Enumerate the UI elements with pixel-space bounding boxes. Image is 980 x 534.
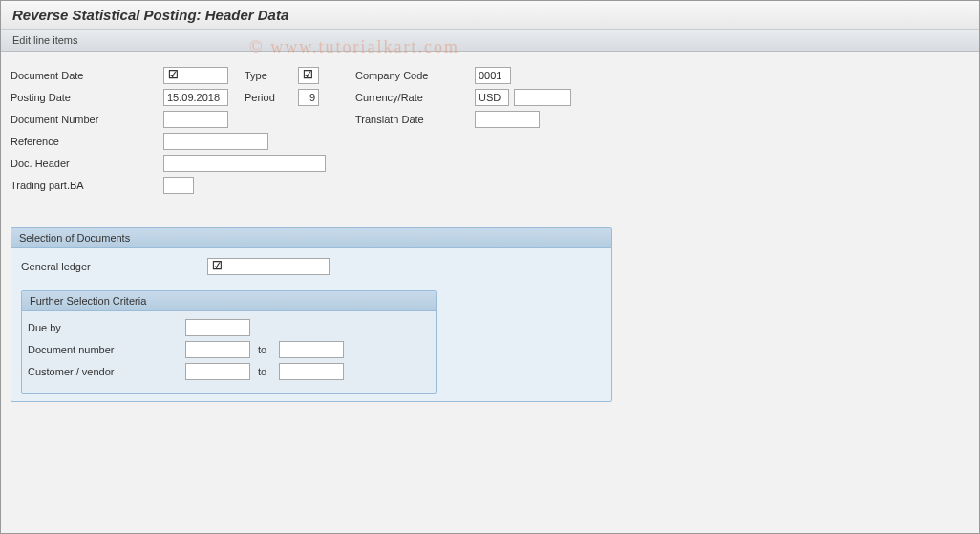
document-number-input[interactable]: [163, 111, 228, 128]
general-ledger-label: General ledger: [21, 257, 207, 276]
rate-input[interactable]: [514, 89, 571, 106]
reference-label: Reference: [11, 132, 154, 151]
company-code-input[interactable]: [475, 67, 511, 84]
cust-vendor-to-input[interactable]: [279, 363, 344, 380]
document-date-label: Document Date: [11, 66, 154, 85]
translatn-date-input[interactable]: [475, 111, 540, 128]
trading-part-ba-label: Trading part.BA: [11, 176, 154, 195]
selection-documents-group: Selection of Documents General ledger ☑ …: [11, 227, 612, 402]
checkmark-icon: ☑: [210, 259, 224, 272]
document-number-label: Document Number: [11, 110, 154, 129]
to-label: to: [250, 344, 279, 355]
posting-date-input[interactable]: [163, 89, 228, 106]
toolbar: Edit line items: [1, 30, 979, 52]
posting-date-label: Posting Date: [11, 88, 154, 107]
content-area: Document Date ☑ Type ☑ Company Code: [1, 52, 979, 416]
cust-vendor-label: Customer / vendor: [28, 362, 185, 381]
doc-number-from-input[interactable]: [185, 341, 250, 358]
doc-header-label: Doc. Header: [11, 154, 154, 173]
due-by-label: Due by: [28, 318, 185, 337]
checkmark-icon: ☑: [301, 68, 314, 81]
company-code-label: Company Code: [355, 66, 428, 85]
edit-line-items-button[interactable]: Edit line items: [12, 34, 77, 46]
reference-input[interactable]: [163, 133, 268, 150]
page-title: Reverse Statistical Posting: Header Data: [1, 1, 979, 30]
header-form: Document Date ☑ Type ☑ Company Code: [11, 65, 969, 218]
doc-header-input[interactable]: [163, 155, 326, 172]
doc-number-to-input[interactable]: [279, 341, 344, 358]
doc-number-sel-label: Document number: [28, 340, 185, 359]
further-selection-group: Further Selection Criteria Due by Docume…: [21, 290, 437, 394]
trading-part-ba-input[interactable]: [163, 177, 194, 194]
period-input[interactable]: [298, 89, 319, 106]
due-by-input[interactable]: [185, 319, 250, 336]
cust-vendor-from-input[interactable]: [185, 363, 250, 380]
selection-documents-title: Selection of Documents: [11, 228, 611, 248]
general-ledger-input[interactable]: [207, 258, 330, 275]
checkmark-icon: ☑: [166, 68, 180, 81]
currency-rate-label: Currency/Rate: [355, 88, 423, 107]
further-selection-title: Further Selection Criteria: [22, 291, 436, 311]
translatn-date-label: Translatn Date: [355, 110, 424, 129]
to-label: to: [250, 366, 279, 377]
period-label: Period: [245, 88, 275, 107]
type-label: Type: [245, 66, 267, 85]
currency-input[interactable]: [475, 89, 509, 106]
